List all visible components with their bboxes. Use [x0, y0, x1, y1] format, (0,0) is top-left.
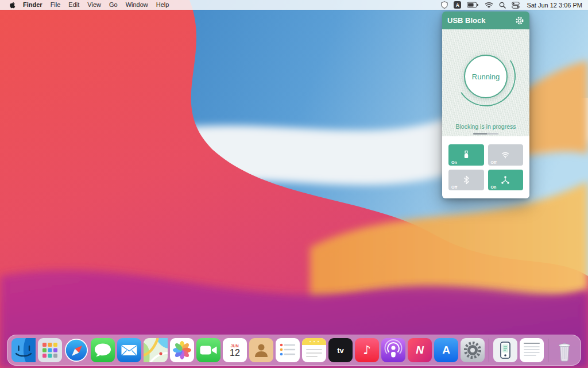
dock-facetime-icon[interactable] — [196, 338, 220, 362]
mini-progress-bar — [473, 133, 498, 135]
usb-block-status-area: Running Blocking is in progress — [442, 29, 529, 136]
menu-bar-clock[interactable]: Sat Jun 12 3:06 PM — [525, 2, 582, 9]
settings-gear-icon[interactable] — [515, 16, 524, 25]
dock-trash-icon[interactable] — [552, 338, 577, 362]
desktop: Finder File Edit View Go Window Help A S… — [0, 0, 588, 368]
menu-help[interactable]: Help — [152, 0, 173, 10]
menu-view[interactable]: View — [83, 0, 105, 10]
input-source-icon[interactable]: A — [454, 1, 461, 9]
dock-contacts-icon[interactable] — [249, 338, 273, 362]
apple-menu[interactable] — [6, 1, 19, 9]
dock-separator — [548, 339, 548, 362]
status-message: Blocking is in progress — [442, 123, 529, 130]
dock-news-icon[interactable]: N — [408, 338, 432, 362]
battery-icon[interactable] — [467, 2, 479, 8]
dock-photos-icon[interactable] — [170, 338, 194, 362]
menu-window[interactable]: Window — [122, 0, 152, 10]
toggle-state: On — [451, 160, 457, 164]
wifi-icon — [501, 150, 510, 159]
dock-notes-icon[interactable] — [302, 338, 326, 362]
dock-calendar-icon[interactable]: JUN 12 — [223, 338, 247, 362]
dock-messages-icon[interactable] — [91, 338, 115, 362]
wifi-blocking-toggle[interactable]: Off — [488, 144, 524, 166]
usb-blocking-toggle[interactable]: On — [448, 144, 484, 166]
news-letter: N — [416, 344, 424, 356]
usb-block-window: USB Block Running Blocking is in progres… — [442, 12, 529, 198]
bluetooth-blocking-toggle[interactable]: Off — [448, 170, 484, 191]
dock-maps-icon[interactable] — [144, 338, 168, 362]
dock-podcasts-icon[interactable] — [381, 338, 405, 362]
running-button[interactable]: Running — [464, 55, 508, 98]
dock-launchpad-icon[interactable] — [38, 338, 62, 362]
calendar-day-label: 12 — [230, 348, 240, 358]
network-blocking-toggle[interactable]: On — [488, 170, 524, 191]
dock-reminders-icon[interactable] — [276, 338, 300, 362]
spotlight-search-icon[interactable] — [499, 2, 506, 9]
menu-bar: Finder File Edit View Go Window Help A S… — [0, 0, 588, 10]
menu-app-name[interactable]: Finder — [19, 0, 47, 10]
menu-file[interactable]: File — [47, 0, 65, 10]
menu-go[interactable]: Go — [105, 0, 122, 10]
shield-icon[interactable] — [441, 1, 448, 9]
wifi-icon[interactable] — [485, 2, 493, 8]
menu-edit[interactable]: Edit — [64, 0, 83, 10]
bluetooth-icon — [462, 175, 471, 185]
dock-finder-icon[interactable] — [11, 338, 36, 362]
app-store-letter: A — [442, 344, 450, 356]
dock-textedit-icon[interactable] — [520, 338, 544, 362]
dock-music-icon[interactable]: ♪ — [355, 338, 379, 362]
tv-label: tv — [337, 346, 344, 355]
toggle-state: On — [491, 185, 497, 189]
network-icon — [501, 175, 510, 185]
dock-usb-block-app-icon[interactable] — [493, 338, 517, 362]
window-title-bar[interactable]: USB Block — [442, 12, 529, 29]
control-center-icon[interactable] — [512, 2, 520, 9]
dock-mail-icon[interactable] — [117, 338, 141, 362]
dock-system-preferences-icon[interactable] — [461, 338, 485, 362]
window-title: USB Block — [447, 16, 485, 25]
dock: JUN 12 tv ♪ N A — [7, 335, 581, 366]
mini-progress-fill — [473, 133, 487, 135]
dock-safari-icon[interactable] — [64, 338, 88, 362]
calendar-month-label: JUN — [231, 344, 239, 348]
toggle-state: Off — [491, 160, 497, 164]
usb-icon — [462, 150, 471, 159]
toggle-state: Off — [451, 185, 457, 189]
dock-tv-icon[interactable]: tv — [328, 338, 353, 362]
dock-separator — [489, 339, 489, 362]
apple-logo-icon — [9, 1, 16, 9]
dock-app-store-icon[interactable]: A — [434, 338, 458, 362]
blocking-toggles-panel: On Off Off On — [442, 136, 529, 198]
music-note-glyph: ♪ — [363, 343, 370, 357]
menu-bar-status-area: A Sat Jun 12 3:06 PM — [441, 1, 582, 9]
